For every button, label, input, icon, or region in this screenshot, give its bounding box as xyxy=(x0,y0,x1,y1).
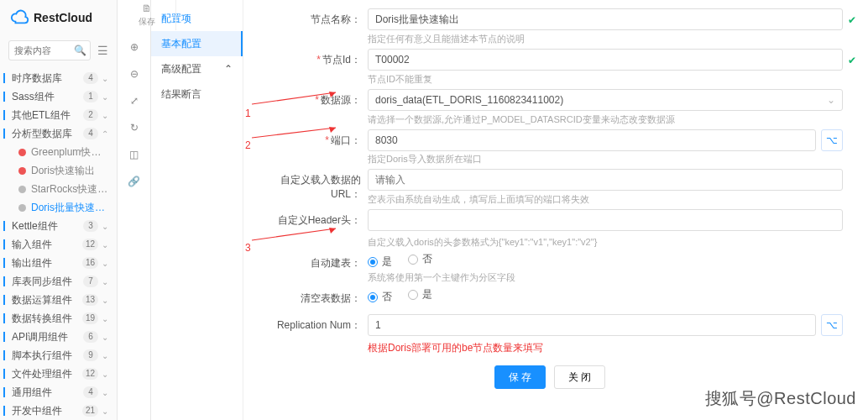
expand-icon[interactable]: ⤢ xyxy=(126,92,143,109)
search-input-wrap: 🔍 xyxy=(8,40,91,60)
left-sidebar: RestCloud 🔍 ☰ 时序数据库4⌄Sass组件1⌄其他ETL组件2⌄分析… xyxy=(0,0,118,420)
canvas-toolstrip: ⊕ ⊖ ⤢ ↻ ◫ 🔗 xyxy=(118,0,151,420)
zoom-in-icon[interactable]: ⊕ xyxy=(126,39,143,55)
chevron-icon: ⌄ xyxy=(102,92,108,102)
brand-name: RestCloud xyxy=(34,11,92,24)
toolbar-save-button[interactable]: 🗎 保存 xyxy=(139,3,155,28)
annotation-3: 3 xyxy=(245,242,251,254)
tree-group-item[interactable]: Kettle组件3⌄ xyxy=(0,217,117,235)
chevron-icon: ⌄ xyxy=(102,388,108,397)
status-dot-icon xyxy=(18,149,26,156)
annotation-2: 2 xyxy=(245,139,251,151)
input-node-name[interactable] xyxy=(368,8,843,30)
chevron-icon: ⌄ xyxy=(102,277,108,286)
tree-child-item[interactable]: Greenplum快速输出 xyxy=(0,143,117,161)
status-dot-icon xyxy=(18,167,26,175)
tree-group-item[interactable]: 数据运算组件13⌄ xyxy=(0,291,117,309)
input-port[interactable] xyxy=(368,129,816,151)
chevron-icon: ⌄ xyxy=(102,111,108,120)
tree-group-item[interactable]: 库表同步组件7⌄ xyxy=(0,272,117,291)
tree-child-item[interactable]: Doris批量快速输出 xyxy=(0,198,117,217)
status-dot-icon xyxy=(18,204,26,212)
chevron-icon: ⌄ xyxy=(102,314,108,323)
config-panel: 配置项 基本配置 高级配置⌃ 结果断言 节点名称： ✔ 指定任何有意义且能描述本… xyxy=(151,0,868,420)
hint-datasource: 请选择一个数据源,允许通过P_MODEL_DATASRCID变量来动态改变数据源 xyxy=(368,113,843,126)
label-node-id: 节点Id xyxy=(322,54,351,66)
chevron-icon: ⌄ xyxy=(102,351,108,360)
hint-header: 自定义载入doris的头参数格式为{"key1":"v1","key1":"v2… xyxy=(368,236,843,249)
top-toolbar: 🗎 保存 xyxy=(118,0,176,30)
tab-basic[interactable]: 基本配置 xyxy=(151,31,243,56)
tree-group-item[interactable]: 分析型数据库4⌃ xyxy=(0,124,117,143)
label-port: 端口 xyxy=(331,134,351,146)
radio-auto-yes[interactable]: 是 xyxy=(368,255,392,269)
radio-auto-no[interactable]: 否 xyxy=(408,252,432,266)
link-icon[interactable]: 🔗 xyxy=(126,173,143,190)
chevron-icon: ⌄ xyxy=(102,370,108,379)
chevron-icon: ⌄ xyxy=(102,333,108,342)
check-icon: ✔ xyxy=(848,55,856,66)
cloud-icon xyxy=(10,8,29,27)
tree-group-item[interactable]: 脚本执行组件9⌄ xyxy=(0,346,117,365)
radio-clear-yes[interactable]: 是 xyxy=(408,287,432,302)
tree-group-item[interactable]: 输入组件12⌄ xyxy=(0,235,117,254)
tree-child-item[interactable]: StarRocks快速输出 xyxy=(0,180,117,198)
tree-group-item[interactable]: 其他ETL组件2⌄ xyxy=(0,106,117,124)
tab-advanced[interactable]: 高级配置⌃ xyxy=(151,56,243,81)
status-dot-icon xyxy=(18,186,26,193)
select-datasource[interactable]: doris_data(ETL_DORIS_1160823411002) ⌄ xyxy=(368,89,843,111)
check-icon: ✔ xyxy=(848,14,856,26)
port-action-icon[interactable]: ⌥ xyxy=(821,129,843,151)
tree-group-item[interactable]: 文件处理组件12⌄ xyxy=(0,365,117,383)
label-header: 自定义Header头 xyxy=(278,214,351,226)
label-auto: 自动建表 xyxy=(311,257,351,269)
tree-group-item[interactable]: 开发中组件21⌄ xyxy=(0,402,117,420)
tree-group-item[interactable]: Sass组件1⌄ xyxy=(0,87,117,106)
chevron-icon: ⌄ xyxy=(102,259,108,268)
chevron-icon: ⌄ xyxy=(102,407,108,416)
label-datasource: 数据源 xyxy=(321,94,351,106)
search-icon[interactable]: 🔍 xyxy=(74,45,86,56)
input-replication[interactable] xyxy=(368,314,816,336)
tree-group-item[interactable]: 时序数据库4⌄ xyxy=(0,69,117,87)
tree-group-item[interactable]: 输出组件16⌄ xyxy=(0,254,117,272)
toolbar-save-label: 保存 xyxy=(139,16,155,28)
input-url[interactable] xyxy=(368,169,843,191)
hint-url: 空表示由系统自动生成，填写后上面填写的端口将失效 xyxy=(368,193,843,206)
tree-group-item[interactable]: 通用组件4⌄ xyxy=(0,383,117,402)
close-button[interactable]: 关 闭 xyxy=(554,365,605,389)
chevron-icon: ⌃ xyxy=(102,129,108,139)
chevron-icon: ⌄ xyxy=(102,240,108,249)
label-url: 自定义载入数据的URL xyxy=(280,174,361,200)
save-button[interactable]: 保 存 xyxy=(494,365,546,389)
chevron-up-icon: ⌃ xyxy=(224,63,233,75)
hint-port: 指定Doris导入数据所在端口 xyxy=(368,153,843,165)
config-tabs: 配置项 基本配置 高级配置⌃ 结果断言 xyxy=(151,0,243,420)
tree-group-item[interactable]: 数据转换组件19⌄ xyxy=(0,309,117,328)
rep-action-icon[interactable]: ⌥ xyxy=(821,314,843,336)
zoom-out-icon[interactable]: ⊖ xyxy=(126,66,143,82)
chevron-down-icon: ⌄ xyxy=(827,94,835,106)
hint-node-name: 指定任何有意义且能描述本节点的说明 xyxy=(368,33,843,45)
note-replication: 根据Doris部署可用的be节点数量来填写 xyxy=(368,341,843,355)
brand-logo: RestCloud xyxy=(0,0,117,35)
component-tree: 时序数据库4⌄Sass组件1⌄其他ETL组件2⌄分析型数据库4⌃Greenplu… xyxy=(0,66,117,420)
refresh-icon[interactable]: ↻ xyxy=(126,119,143,136)
crop-icon[interactable]: ◫ xyxy=(126,146,143,163)
chevron-icon: ⌄ xyxy=(102,296,108,305)
save-icon: 🗎 xyxy=(142,3,152,14)
chevron-icon: ⌄ xyxy=(102,74,108,83)
chevron-icon: ⌄ xyxy=(102,222,108,231)
hint-node-id: 节点ID不能重复 xyxy=(368,73,843,86)
list-toggle-icon[interactable]: ☰ xyxy=(97,44,108,57)
input-node-id[interactable] xyxy=(368,49,843,71)
label-clear: 清空表数据 xyxy=(301,292,351,304)
config-form: 节点名称： ✔ 指定任何有意义且能描述本节点的说明 *节点Id： ✔ 节点ID不… xyxy=(243,0,868,420)
tab-assert[interactable]: 结果断言 xyxy=(151,81,243,107)
tree-group-item[interactable]: API调用组件6⌄ xyxy=(0,328,117,346)
tree-child-item[interactable]: Doris快速输出 xyxy=(0,161,117,180)
radio-clear-no[interactable]: 否 xyxy=(368,290,392,304)
hint-auto: 系统将使用第一个主键作为分区字段 xyxy=(368,271,843,284)
textarea-header[interactable] xyxy=(368,209,843,231)
annotation-1: 1 xyxy=(245,108,251,119)
